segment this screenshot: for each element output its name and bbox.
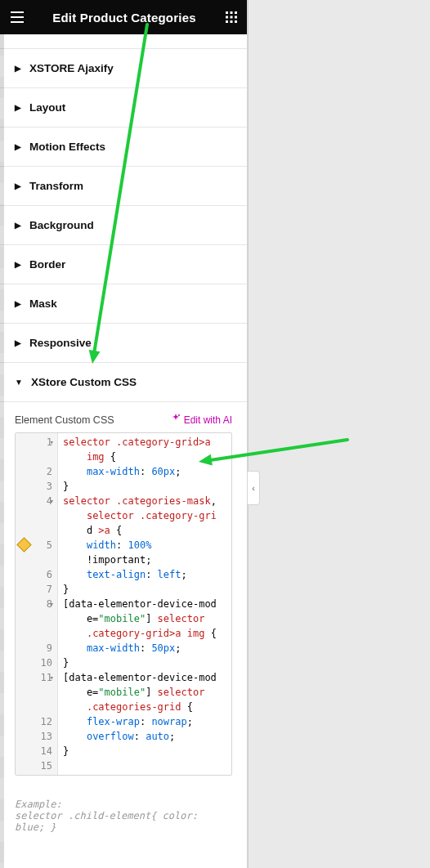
section-responsive[interactable]: ▶ Responsive <box>0 324 247 363</box>
caret-right-icon: ▶ <box>15 65 21 73</box>
section-label: Responsive <box>29 337 92 349</box>
example-label: Example: <box>15 799 232 810</box>
css-code-editor[interactable]: 1▾234▾5678▾91011▾1213141516▾1718 selecto… <box>15 432 232 776</box>
example-code: selector .child-element{ color: blue; } <box>15 810 232 833</box>
section-mask[interactable]: ▶ Mask <box>0 284 247 324</box>
collapse-panel-handle[interactable]: ‹ <box>248 471 260 505</box>
editor-gutter: 1▾234▾5678▾91011▾1213141516▾1718 <box>16 433 58 775</box>
caret-right-icon: ▶ <box>15 143 21 151</box>
caret-right-icon: ▶ <box>15 104 21 112</box>
panel-divider <box>248 0 249 868</box>
hamburger-icon[interactable] <box>10 11 25 24</box>
editor-code-area[interactable]: selector .category-grid>a img { max-widt… <box>58 433 231 775</box>
svg-rect-5 <box>235 16 237 19</box>
caret-down-icon: ▼ <box>15 378 23 387</box>
section-background[interactable]: ▶ Background <box>0 206 247 245</box>
section-custom-css[interactable]: ▼ XStore Custom CSS <box>0 363 247 402</box>
custom-css-section-content: Element Custom CSS Edit with AI 1▾234▾56… <box>0 402 247 790</box>
section-label: XStore Custom CSS <box>31 376 137 388</box>
section-label: Motion Effects <box>29 141 105 153</box>
caret-right-icon: ▶ <box>15 261 21 269</box>
field-label: Element Custom CSS <box>15 414 114 426</box>
caret-right-icon: ▶ <box>15 339 21 347</box>
edit-with-ai-label: Edit with AI <box>184 414 232 426</box>
section-label: Border <box>29 258 65 271</box>
css-example-hint: Example: selector .child-element{ color:… <box>0 790 247 841</box>
section-label: Background <box>29 219 94 231</box>
elementor-panel: Edit Product Categories ▶ XSTORE Ajaxify… <box>0 0 248 868</box>
svg-rect-2 <box>235 11 237 14</box>
svg-rect-6 <box>226 20 228 23</box>
apps-grid-icon[interactable] <box>224 11 239 24</box>
section-layout[interactable]: ▶ Layout <box>0 88 247 128</box>
left-edge-decoration <box>0 34 4 868</box>
panel-title: Edit Product Categories <box>52 11 195 25</box>
panel-top-spacer <box>0 34 247 49</box>
section-motion-effects[interactable]: ▶ Motion Effects <box>0 128 247 167</box>
svg-point-9 <box>178 414 180 416</box>
svg-rect-0 <box>226 11 228 14</box>
panel-header: Edit Product Categories <box>0 0 247 34</box>
svg-rect-3 <box>226 16 228 19</box>
caret-right-icon: ▶ <box>15 221 21 230</box>
section-label: Transform <box>29 180 83 192</box>
sparkle-icon <box>171 414 181 426</box>
svg-rect-8 <box>235 20 237 23</box>
section-label: Mask <box>29 298 57 310</box>
svg-rect-7 <box>231 20 233 23</box>
edit-with-ai-button[interactable]: Edit with AI <box>171 414 232 426</box>
section-transform[interactable]: ▶ Transform <box>0 167 247 206</box>
caret-right-icon: ▶ <box>15 300 21 308</box>
section-label: Layout <box>29 101 65 114</box>
caret-right-icon: ▶ <box>15 182 21 190</box>
section-border[interactable]: ▶ Border <box>0 245 247 284</box>
svg-rect-1 <box>231 11 233 14</box>
svg-rect-4 <box>231 16 233 19</box>
section-label: XSTORE Ajaxify <box>29 62 114 74</box>
section-ajaxify[interactable]: ▶ XSTORE Ajaxify <box>0 49 247 88</box>
chevron-left-icon: ‹ <box>252 483 255 493</box>
